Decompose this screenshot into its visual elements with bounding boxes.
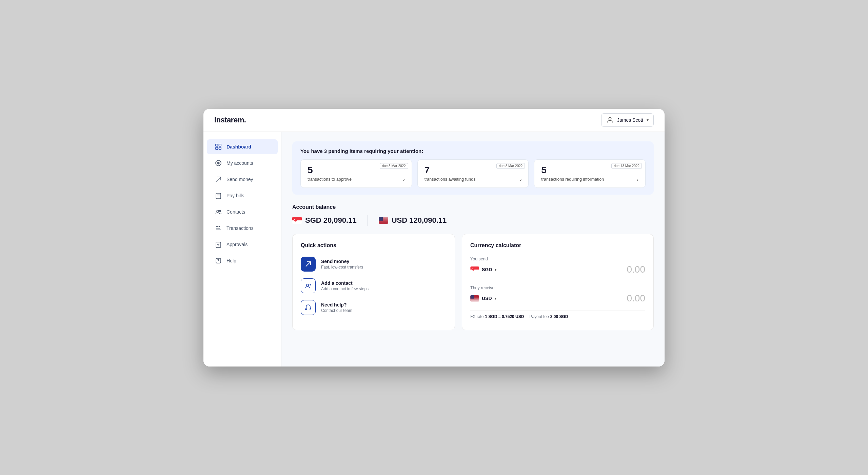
- pay-bills-icon: [215, 192, 222, 199]
- send-money-icon: [215, 176, 222, 183]
- main-content: You have 3 pending items requiring your …: [281, 132, 665, 367]
- svg-point-34: [307, 284, 309, 286]
- sidebar-item-dashboard[interactable]: Dashboard: [207, 139, 278, 154]
- user-name: James Scott: [617, 117, 643, 123]
- send-currency-code: SGD: [482, 267, 492, 272]
- pending-cards: due 3 Mar 2022 5 transactions to approve…: [300, 159, 646, 188]
- balance-section: Account balance SGD 20,090.11: [292, 204, 654, 226]
- they-receive-input-row: USD ▾ 0.00: [470, 293, 645, 304]
- svg-rect-38: [310, 309, 311, 310]
- fx-rate-label: FX rate: [470, 314, 484, 319]
- fx-info: FX rate 1 SGD = 0.7520 USD Payout fee 3.…: [470, 314, 645, 319]
- svg-rect-4: [219, 147, 221, 150]
- svg-line-6: [216, 177, 221, 182]
- pending-banner: You have 3 pending items requiring your …: [292, 141, 654, 195]
- dashboard-icon: [215, 143, 222, 150]
- sidebar-help-label: Help: [226, 258, 236, 263]
- svg-rect-30: [379, 222, 388, 222]
- sidebar-item-contacts[interactable]: Contacts: [207, 204, 278, 219]
- action-help-label: Need help?: [321, 302, 352, 308]
- pending-title: You have 3 pending items requiring your …: [300, 148, 646, 154]
- receive-currency-code: USD: [482, 296, 492, 301]
- sidebar-item-approvals[interactable]: Approvals: [207, 237, 278, 252]
- sidebar-item-transactions[interactable]: Transactions: [207, 221, 278, 236]
- pending-card-funds[interactable]: due 8 Mar 2022 7 transactions awaiting f…: [417, 159, 529, 188]
- sidebar: Dashboard My accounts: [203, 132, 281, 367]
- user-avatar-icon: [606, 116, 614, 124]
- quick-actions-card: Quick actions Send money Fast, low-cost …: [292, 234, 455, 330]
- calc-divider: [470, 282, 645, 282]
- svg-point-16: [219, 226, 220, 227]
- receive-currency-selector[interactable]: USD ▾: [470, 295, 496, 301]
- action-need-help[interactable]: Need help? Contact our team: [301, 300, 447, 315]
- svg-point-42: [472, 269, 474, 271]
- send-currency-selector[interactable]: SGD ▾: [470, 266, 496, 273]
- due-badge-1: due 3 Mar 2022: [380, 163, 408, 169]
- action-contact-label: Add a contact: [321, 280, 369, 286]
- balance-sgd: SGD 20,090.11: [292, 216, 357, 225]
- payout-fee-label: Payout fee: [529, 314, 549, 319]
- action-add-contact[interactable]: Add a contact Add a contact in few steps: [301, 278, 447, 293]
- user-menu[interactable]: James Scott ▾: [601, 113, 654, 127]
- svg-point-12: [219, 210, 221, 212]
- sidebar-send-label: Send money: [226, 177, 253, 182]
- quick-actions-title: Quick actions: [301, 242, 447, 249]
- currency-calc-title: Currency calculator: [470, 242, 645, 249]
- sidebar-item-help[interactable]: Help: [207, 253, 278, 268]
- svg-rect-1: [216, 144, 218, 146]
- pending-card-approve[interactable]: due 3 Mar 2022 5 transactions to approve…: [300, 159, 412, 188]
- balance-usd: USD 120,090.11: [379, 216, 447, 225]
- sidebar-item-my-accounts[interactable]: My accounts: [207, 156, 278, 171]
- action-send-text: Send money Fast, low-cost transfers: [321, 259, 363, 270]
- arrow-right-icon-3: ›: [637, 177, 638, 182]
- svg-rect-37: [305, 309, 307, 310]
- sidebar-item-pay-bills[interactable]: Pay bills: [207, 188, 278, 203]
- receive-value: 0.00: [627, 293, 646, 304]
- they-receive-label: They receive: [470, 285, 645, 290]
- they-receive-row: They receive: [470, 285, 645, 304]
- action-send-money[interactable]: Send money Fast, low-cost transfers: [301, 257, 447, 272]
- due-badge-2: due 8 Mar 2022: [496, 163, 525, 169]
- balance-title: Account balance: [292, 204, 654, 210]
- send-value: 0.00: [627, 264, 646, 275]
- send-currency-flag: [470, 266, 479, 273]
- svg-rect-32: [379, 217, 383, 221]
- send-money-action-icon: [305, 261, 312, 268]
- svg-point-23: [294, 219, 297, 222]
- sidebar-transactions-label: Transactions: [226, 225, 254, 231]
- fx-divider: [470, 311, 645, 311]
- sidebar-contacts-label: Contacts: [226, 209, 245, 215]
- svg-point-11: [217, 210, 219, 212]
- receive-currency-dropdown-icon: ▾: [495, 297, 496, 300]
- arrow-right-icon-1: ›: [403, 177, 405, 182]
- chevron-down-icon: ▾: [647, 118, 649, 122]
- sidebar-item-send-money[interactable]: Send money: [207, 172, 278, 187]
- help-icon: [215, 257, 222, 264]
- my-accounts-icon: [215, 160, 222, 166]
- transactions-icon: [215, 225, 222, 232]
- svg-point-19: [218, 262, 218, 262]
- pending-card-info[interactable]: due 13 Mar 2022 5 transactions requiring…: [534, 159, 646, 188]
- svg-rect-3: [216, 147, 218, 150]
- you-send-label: You send: [470, 257, 645, 261]
- svg-rect-2: [219, 144, 221, 146]
- logo: Instarem.: [214, 116, 246, 124]
- add-contact-action-icon-box: [301, 278, 316, 293]
- need-help-action-icon: [305, 304, 312, 311]
- svg-rect-50: [470, 295, 474, 299]
- svg-rect-31: [379, 223, 388, 223]
- need-help-action-icon-box: [301, 300, 316, 315]
- action-contact-sub: Add a contact in few steps: [321, 286, 369, 291]
- sidebar-accounts-label: My accounts: [226, 160, 253, 166]
- svg-line-33: [306, 262, 311, 266]
- due-badge-3: due 13 Mar 2022: [611, 163, 642, 169]
- approvals-icon: [215, 241, 222, 248]
- contacts-icon: [215, 209, 222, 215]
- sidebar-paybills-label: Pay bills: [226, 193, 244, 198]
- svg-point-0: [609, 118, 611, 120]
- pending-desc-1: transactions to approve ›: [308, 177, 405, 182]
- receive-currency-flag: [470, 295, 479, 301]
- action-send-label: Send money: [321, 259, 363, 264]
- action-help-text: Need help? Contact our team: [321, 302, 352, 313]
- add-contact-action-icon: [305, 282, 312, 289]
